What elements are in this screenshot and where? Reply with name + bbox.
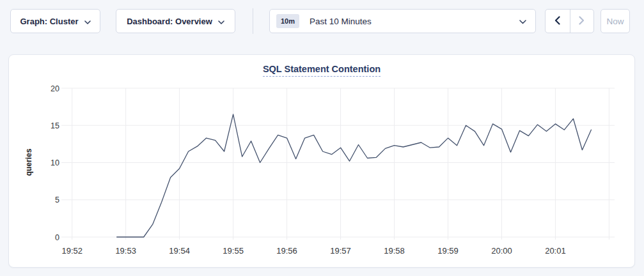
y-axis-title: queries <box>24 148 33 176</box>
now-button[interactable]: Now <box>601 9 630 33</box>
x-tick-label: 19:57 <box>330 246 351 256</box>
graph-dropdown[interactable]: Graph: Cluster <box>10 9 100 33</box>
y-tick-label: 20 <box>51 84 59 93</box>
sql-contention-line-chart: 0510152019:5219:5319:5419:5519:5619:5719… <box>9 74 636 266</box>
y-tick-label: 5 <box>55 195 59 204</box>
time-prev-button[interactable] <box>546 10 570 33</box>
graph-dropdown-label: Graph: Cluster <box>20 17 78 26</box>
time-range-selector[interactable]: 10m Past 10 Minutes <box>269 9 536 33</box>
x-tick-label: 19:53 <box>115 246 136 256</box>
chevron-left-icon <box>554 16 560 27</box>
x-tick-label: 19:55 <box>223 246 244 256</box>
chevron-down-icon <box>519 17 526 26</box>
dashboard-dropdown-label: Dashboard: Overview <box>127 17 212 26</box>
y-tick-label: 0 <box>55 233 59 242</box>
x-tick-label: 19:54 <box>169 246 190 256</box>
time-range-badge: 10m <box>276 14 299 28</box>
time-window-arrows <box>545 9 594 33</box>
y-tick-label: 15 <box>51 121 59 130</box>
x-tick-label: 20:00 <box>491 246 512 256</box>
x-tick-label: 20:01 <box>545 246 566 256</box>
y-tick-label: 10 <box>51 158 59 167</box>
dashboard-dropdown[interactable]: Dashboard: Overview <box>116 9 235 33</box>
chevron-down-icon <box>218 17 224 26</box>
x-tick-label: 19:52 <box>61 246 82 256</box>
chart-panel: SQL Statement Contention 0510152019:5219… <box>8 54 635 268</box>
time-range-label: Past 10 Minutes <box>310 17 519 26</box>
x-tick-label: 19:56 <box>276 246 297 256</box>
page: Graph: Cluster Dashboard: Overview 10m P… <box>0 0 644 276</box>
x-tick-label: 19:58 <box>384 246 405 256</box>
chevron-right-icon <box>579 16 585 27</box>
chevron-down-icon <box>84 17 91 26</box>
chart-line <box>117 114 592 237</box>
time-next-button[interactable] <box>570 10 594 33</box>
toolbar-divider <box>253 8 253 34</box>
x-tick-label: 19:59 <box>437 246 459 256</box>
